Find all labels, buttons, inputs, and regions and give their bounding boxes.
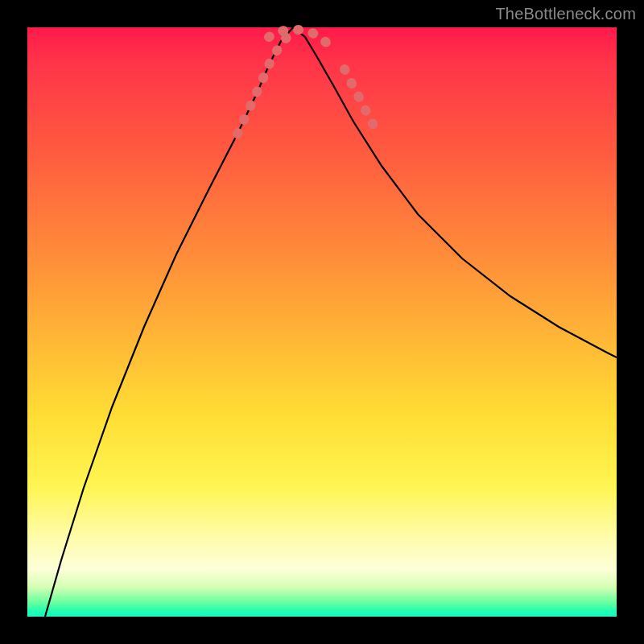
curve-left xyxy=(45,27,293,617)
curve-right xyxy=(293,27,617,357)
chart-svg xyxy=(27,27,617,617)
highlight-right xyxy=(345,69,374,126)
watermark-text: TheBottleneck.com xyxy=(495,5,636,23)
highlight-left xyxy=(237,31,296,134)
plot-area xyxy=(27,27,617,617)
highlight-bottom xyxy=(269,30,328,44)
outer-black-frame: TheBottleneck.com xyxy=(0,0,644,644)
